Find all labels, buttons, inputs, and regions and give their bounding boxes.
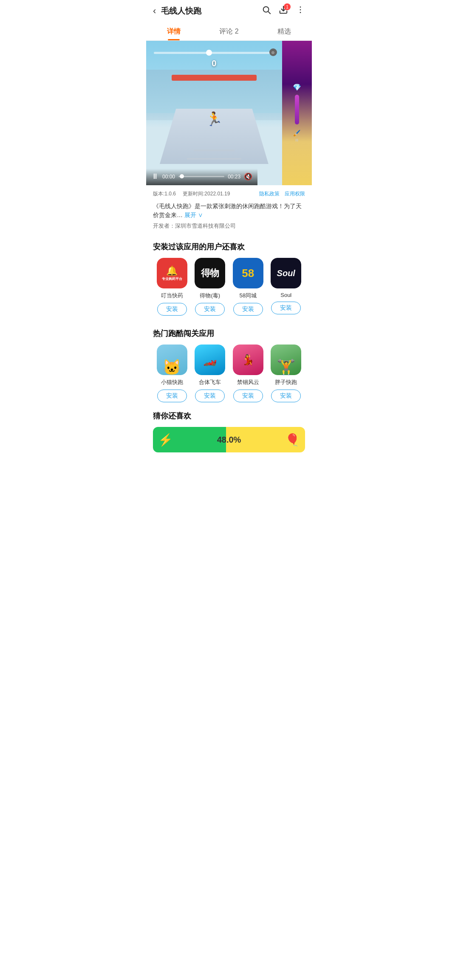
pause-button[interactable]: ⏸ [151,172,159,181]
app-item-soul: Soul Soul 安装 [267,258,305,316]
app-icon-jinsuo: 💃 [233,345,263,375]
app-item-58: 58 58同城 安装 [229,258,267,316]
version-label: 版本:1.0.6 [153,190,176,198]
dingdang-bell-icon: 🔔 [166,265,178,277]
balloon-icon: 🎈 [285,433,300,446]
install-button-soul[interactable]: 安装 [271,302,301,314]
time-total: 00:23 [228,174,240,180]
video-player[interactable]: 🏃 0 ◎ ⏸ 00:00 00:23 🔇 [146,41,282,185]
xiaomao-icon-inner: 🐱 [157,345,187,375]
app-item-pangzi: 🏋️ 胖子快跑 安装 [267,345,305,402]
soul-text: Soul [277,268,295,278]
slider-knob [206,50,212,56]
heti-emoji: 🏎️ [203,353,217,367]
progress-bar[interactable] [178,176,224,177]
section-users-like: 安装过该应用的用户还喜欢 🔔 专业购药平台 叮当快药 安装 得物 得物(毒) 安… [146,233,312,316]
install-button-dingdang[interactable]: 安装 [157,303,187,316]
jinsuo-emoji: 💃 [242,354,254,366]
app-icon-pangzi: 🏋️ [271,345,301,375]
dewu-logo: 得物 [201,267,219,280]
side-label: 终 [295,138,299,143]
app-name-dingdang: 叮当快药 [161,292,183,299]
info-description: 《毛线人快跑》是一款紧张刺激的休闲跑酷游戏！为了天价赏金来… 展开 ∨ [153,202,305,220]
install-button-xiaomao[interactable]: 安装 [157,390,187,402]
more-button[interactable] [296,5,305,17]
icon58-text: 58 [242,267,254,280]
video-side-thumbnail[interactable]: 💎 🖌️ 终 [282,41,312,185]
lightning-icon: ⚡ [158,433,173,446]
video-container: 🏃 0 ◎ ⏸ 00:00 00:23 🔇 💎 🖌️ 终 [146,41,312,185]
side-gem-icon: 💎 [293,83,301,91]
app-item-jinsuo: 💃 禁锢风云 安装 [229,345,267,402]
download-badge: 1 [284,3,291,10]
info-links: 隐私政策 应用权限 [259,190,305,198]
pangzi-icon-inner: 🏋️ [271,345,301,375]
expand-button[interactable]: 展开 ∨ [184,212,203,218]
header: ‹ 毛线人快跑 1 [146,0,312,22]
install-button-pangzi[interactable]: 安装 [271,390,301,402]
side-bar [295,95,299,124]
app-icon-heti: 🏎️ [195,345,225,375]
back-button[interactable]: ‹ [153,6,156,17]
section-users-like-title: 安装过该应用的用户还喜欢 [153,242,305,252]
game-stripe [187,158,241,160]
users-like-app-row: 🔔 专业购药平台 叮当快药 安装 得物 得物(毒) 安装 58 [153,258,305,316]
dingdang-text: 专业购药平台 [162,277,182,281]
app-item-heti: 🏎️ 合体飞车 安装 [191,345,229,402]
app-icon-dewu: 得物 [195,258,225,288]
game-character: 🏃 [206,112,223,126]
install-button-heti[interactable]: 安装 [195,390,225,402]
slider-end: ◎ [269,48,277,56]
app-item-xiaomao: 🐱 小猫快跑 安装 [153,345,191,402]
app-name-pangzi: 胖子快跑 [275,378,297,386]
app-name-soul: Soul [280,292,291,298]
progress-left-icon: ⚡ [158,433,173,447]
privacy-link[interactable]: 隐私政策 [259,190,280,198]
search-button[interactable] [262,5,271,17]
side-brush-icon: 🖌️ [293,130,300,136]
svg-point-3 [300,6,301,8]
section-hot-running-title: 热门跑酷闯关应用 [153,328,305,339]
soul-icon-inner: Soul [271,258,301,288]
app-name-58: 58同城 [240,292,257,299]
permissions-link[interactable]: 应用权限 [285,190,305,198]
tab-featured[interactable]: 精选 [257,22,312,40]
install-button-dewu[interactable]: 安装 [195,303,225,316]
pangzi-emoji: 🏋️ [277,360,296,375]
app-icon-xiaomao: 🐱 [157,345,187,375]
svg-line-1 [268,11,270,14]
page-title: 毛线人快跑 [161,6,262,17]
install-button-jinsuo[interactable]: 安装 [233,390,263,402]
tab-detail[interactable]: 详情 [146,22,201,40]
app-name-dewu: 得物(毒) [200,292,220,299]
slider-track: ◎ [154,52,273,54]
info-meta: 版本:1.0.6 更新时间:2022.01.19 隐私政策 应用权限 [153,190,305,198]
time-current: 00:00 [162,174,175,180]
tab-bar: 详情 评论 2 精选 [146,22,312,41]
header-actions: 1 [262,5,305,17]
section-guess-title: 猜你还喜欢 [153,411,305,421]
app-name-xiaomao: 小猫快跑 [161,378,183,386]
game-scene: 🏃 0 ◎ [146,41,282,185]
game-stripe2 [194,150,235,151]
hot-running-app-row: 🐱 小猫快跑 安装 🏎️ 合体飞车 安装 💃 禁锢风云 安 [153,345,305,402]
svg-point-5 [300,12,301,13]
update-label: 更新时间:2022.01.19 [183,190,230,198]
app-icon-58: 58 [233,258,263,288]
progress-dot [180,174,184,178]
icon58-inner: 58 [233,258,263,288]
tab-reviews[interactable]: 评论 2 [201,22,257,40]
heti-icon-inner: 🏎️ [195,345,225,375]
game-score: 0 [212,59,216,68]
info-section: 版本:1.0.6 更新时间:2022.01.19 隐私政策 应用权限 《毛线人快… [146,185,312,233]
download-button[interactable]: 1 [279,5,288,17]
progress-banner[interactable]: ⚡ 48.0% 🎈 [153,427,305,452]
install-button-58[interactable]: 安装 [233,303,263,316]
dingdang-icon-inner: 🔔 专业购药平台 [157,258,187,288]
video-controls: ⏸ 00:00 00:23 🔇 [146,169,257,185]
app-item-dewu: 得物 得物(毒) 安装 [191,258,229,316]
jinsuo-icon-inner: 💃 [233,345,263,375]
progress-right-icon: 🎈 [285,433,300,447]
mute-button[interactable]: 🔇 [244,172,252,181]
app-icon-soul: Soul [271,258,301,288]
